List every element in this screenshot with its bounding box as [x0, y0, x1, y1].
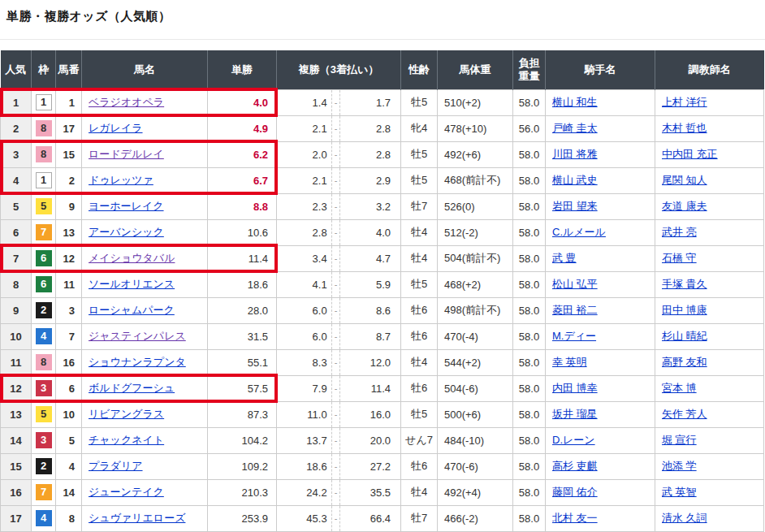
- jockey-cell: C.ルメール: [546, 219, 655, 245]
- jockey-link[interactable]: 戸崎 圭太: [552, 122, 598, 134]
- horse-name-cell: リビアングラス: [82, 401, 208, 427]
- horse-name-link[interactable]: ショウナンラプンタ: [89, 356, 186, 368]
- jockey-link[interactable]: 内田 博幸: [552, 382, 598, 394]
- horse-name-link[interactable]: メイショウタバル: [89, 252, 175, 264]
- jockey-link[interactable]: 高杉 吏麒: [552, 460, 598, 472]
- place-odds-cell: 7.9-11.4: [277, 375, 401, 401]
- frame-badge: 4: [36, 510, 52, 526]
- trainer-link[interactable]: 杉山 晴紀: [662, 330, 707, 342]
- horse-number: 17: [56, 115, 82, 141]
- sex-age: 牝4: [401, 115, 438, 141]
- horse-name-link[interactable]: ジューンテイク: [89, 486, 164, 498]
- place-odds-low: 3.4: [277, 253, 331, 265]
- jockey-link[interactable]: 岩田 望来: [552, 200, 598, 212]
- trainer-link[interactable]: 高野 友和: [662, 356, 707, 368]
- trainer-link[interactable]: 石橋 守: [662, 252, 697, 264]
- jockey-link[interactable]: 坂井 瑠星: [552, 408, 598, 420]
- place-odds-cell: 2.1-2.8: [277, 115, 401, 141]
- jockey-link[interactable]: D.レーン: [552, 434, 595, 446]
- horse-name-link[interactable]: リビアングラス: [89, 408, 164, 420]
- jockey-cell: 横山 和生: [546, 89, 655, 115]
- jockey-link[interactable]: 横山 武史: [552, 174, 598, 186]
- jockey-link[interactable]: 川田 将雅: [552, 148, 598, 160]
- trainer-link[interactable]: 武井 亮: [662, 226, 697, 238]
- jockey-cell: 川田 将雅: [546, 141, 655, 167]
- odds-table: 人気 枠 馬番 馬名 単勝 複勝（3着払い） 性齢 馬体重 負担 重量 騎手名 …: [0, 50, 764, 532]
- win-odds: 28.0: [208, 297, 277, 323]
- horse-weight: 492(+6): [438, 141, 513, 167]
- place-odds-separator: -: [331, 142, 341, 167]
- place-odds-range: 18.6-27.2: [277, 454, 400, 479]
- jockey-link[interactable]: 菱田 裕二: [552, 304, 598, 316]
- jockey-link[interactable]: M.ディー: [552, 330, 596, 342]
- trainer-link[interactable]: 矢作 芳人: [662, 408, 707, 420]
- jockey-link[interactable]: 藤岡 佑介: [552, 486, 598, 498]
- col-header-number: 馬番: [56, 50, 82, 89]
- place-odds-range: 13.7-20.0: [277, 428, 400, 453]
- horse-name-link[interactable]: シュヴァリエローズ: [89, 512, 185, 524]
- load-weight: 58.0: [513, 167, 546, 193]
- place-odds-low: 2.1: [277, 123, 331, 135]
- trainer-link[interactable]: 木村 哲也: [662, 122, 707, 134]
- load-weight: 58.0: [513, 453, 546, 479]
- load-weight: 58.0: [513, 297, 546, 323]
- place-odds-separator: -: [331, 246, 341, 271]
- place-odds-separator: -: [331, 90, 341, 115]
- trainer-link[interactable]: 宮本 博: [662, 382, 697, 394]
- sex-age: 牡5: [401, 401, 438, 427]
- sex-age: せん7: [401, 427, 438, 453]
- place-odds-low: 2.8: [277, 227, 331, 239]
- col-header-jockey: 騎手名: [546, 50, 655, 89]
- trainer-link[interactable]: 武 英智: [662, 486, 697, 498]
- jockey-link[interactable]: 北村 友一: [552, 512, 598, 524]
- frame-badge: 5: [36, 406, 52, 422]
- jockey-cell: 幸 英明: [546, 349, 655, 375]
- table-row: 6713アーバンシック10.62.8-4.0牡4512(-2)58.0C.ルメー…: [1, 219, 764, 245]
- sex-age: 牡5: [401, 167, 438, 193]
- table-row: 16714ジューンテイク210.324.2-35.5牡4492(+4)58.0藤…: [1, 479, 764, 505]
- jockey-link[interactable]: 横山 和生: [552, 96, 598, 108]
- horse-name-link[interactable]: ベラジオオペラ: [89, 96, 164, 108]
- place-odds-high: 8.6: [340, 305, 400, 317]
- title-divider: [0, 39, 765, 40]
- horse-number: 1: [56, 89, 82, 115]
- horse-name-link[interactable]: ボルドグフーシュ: [89, 382, 175, 394]
- trainer-link[interactable]: 手塚 貴久: [662, 278, 707, 290]
- horse-name-link[interactable]: ソールオリエンス: [89, 278, 175, 290]
- horse-name-link[interactable]: ヨーホーレイク: [89, 200, 164, 212]
- horse-name-cell: ヨーホーレイク: [82, 193, 208, 219]
- trainer-link[interactable]: 田中 博康: [662, 304, 707, 316]
- horse-name-cell: ロードデルレイ: [82, 141, 208, 167]
- jockey-link[interactable]: 武 豊: [552, 252, 577, 264]
- horse-name-link[interactable]: レガレイラ: [89, 122, 143, 134]
- jockey-link[interactable]: 幸 英明: [552, 356, 587, 368]
- horse-name-link[interactable]: ジャスティンパレス: [89, 330, 186, 342]
- jockey-link[interactable]: C.ルメール: [552, 226, 606, 238]
- sex-age: 牡6: [401, 453, 438, 479]
- trainer-link[interactable]: 友道 康夫: [662, 200, 707, 212]
- win-odds: 55.1: [208, 349, 277, 375]
- horse-number: 8: [56, 505, 82, 531]
- trainer-cell: 高野 友和: [655, 349, 764, 375]
- horse-name-link[interactable]: ローシャムパーク: [89, 304, 175, 316]
- sex-age: 牡7: [401, 193, 438, 219]
- trainer-link[interactable]: 堀 宣行: [662, 434, 697, 446]
- horse-name-link[interactable]: ロードデルレイ: [89, 148, 164, 160]
- trainer-link[interactable]: 尾関 知人: [662, 174, 707, 186]
- horse-name-link[interactable]: ドゥレッツァ: [89, 174, 153, 186]
- horse-name-link[interactable]: チャックネイト: [89, 434, 164, 446]
- place-odds-cell: 2.8-4.0: [277, 219, 401, 245]
- table-body: 111ベラジオオペラ4.01.4-1.7牡5510(+2)58.0横山 和生上村…: [1, 89, 764, 531]
- trainer-link[interactable]: 清水 久詞: [662, 512, 707, 524]
- trainer-link[interactable]: 池添 学: [662, 460, 697, 472]
- frame-cell: 2: [32, 297, 56, 323]
- horse-name-link[interactable]: プラダリア: [89, 460, 143, 472]
- table-row: 1524プラダリア109.218.6-27.2牡6470(-6)58.0高杉 吏…: [1, 453, 764, 479]
- horse-name-cell: ジューンテイク: [82, 479, 208, 505]
- trainer-link[interactable]: 中内田 充正: [662, 148, 718, 160]
- jockey-link[interactable]: 松山 弘平: [552, 278, 598, 290]
- trainer-link[interactable]: 上村 洋行: [662, 96, 707, 108]
- horse-weight: 498(前計不): [438, 297, 513, 323]
- horse-name-link[interactable]: アーバンシック: [89, 226, 164, 238]
- horse-name-cell: レガレイラ: [82, 115, 208, 141]
